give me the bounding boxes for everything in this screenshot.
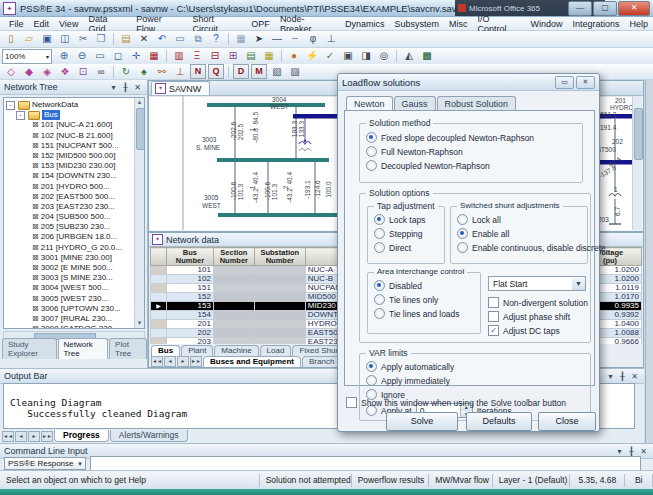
delete-icon[interactable]: ✕	[136, 31, 153, 47]
radio-option[interactable]: Fixed slope decoupled Newton-Raphson	[366, 132, 582, 143]
radio-button[interactable]	[374, 214, 385, 225]
table-view-icon[interactable]: ▤	[243, 48, 260, 64]
tree-bus-item[interactable]: ⊠3007 [RURAL 230...	[6, 314, 144, 324]
radio-button[interactable]	[366, 375, 377, 386]
menu-file[interactable]: File	[4, 18, 29, 30]
menu-view[interactable]: View	[54, 18, 83, 30]
table-cell[interactable]: 201	[166, 320, 213, 329]
table-cell[interactable]	[213, 284, 254, 293]
panel-tab-study-explorer[interactable]: Study Explorer	[2, 338, 57, 359]
start-mode-select[interactable]: Flat Start ▼	[488, 276, 586, 291]
tree-node-networkdata[interactable]: -NetworkData	[6, 100, 144, 110]
output-nav-button[interactable]: ►►	[41, 431, 53, 442]
dialog-title-bar[interactable]: Loadflow solutions ▭ ✕	[338, 74, 599, 91]
close-button[interactable]: ✕	[618, 1, 650, 16]
dialog-tab-gauss[interactable]: Gauss	[394, 96, 436, 111]
radio-button[interactable]	[457, 228, 468, 239]
menu-window[interactable]: Window	[525, 18, 567, 30]
undo-icon[interactable]: ↶	[154, 31, 171, 47]
cmd-close-icon[interactable]: ✕	[638, 446, 649, 457]
save-icon[interactable]: ▣	[39, 31, 56, 47]
radio-button[interactable]	[374, 242, 385, 253]
output-close-icon[interactable]: ✕	[629, 371, 640, 382]
tree-bus-item[interactable]: ⊠151 [NUCPANT 500...	[6, 141, 144, 151]
close-dialog-button[interactable]: Close	[538, 412, 596, 431]
column-header[interactable]: SubstationNumber	[254, 248, 305, 266]
cut-icon[interactable]: ✂	[75, 31, 92, 47]
radio-option[interactable]: Disabled	[374, 280, 480, 291]
diagram-bus-icon[interactable]: ▣	[340, 48, 357, 64]
table-cell[interactable]	[254, 284, 305, 293]
radio-option[interactable]: Tie lines and loads	[374, 308, 480, 319]
panel-tab-plot-tree[interactable]: Plot Tree	[109, 338, 147, 359]
help-icon[interactable]: ?	[208, 31, 225, 47]
table-cell[interactable]: 101	[166, 266, 213, 275]
tree-bus-item[interactable]: ⊠206 [URBGEN 18.0...	[6, 232, 144, 242]
dash-tool-icon[interactable]: ┄	[287, 31, 304, 47]
table-cell[interactable]	[254, 320, 305, 329]
cmd-chevron-down-icon[interactable]: ▾	[614, 446, 625, 457]
radio-option[interactable]: Full Newton-Raphson	[366, 146, 582, 157]
menu-opf[interactable]: OPF	[246, 18, 275, 30]
tree-bus-item[interactable]: ⊠101 [NUC-A 21.600]	[6, 120, 144, 130]
radio-option[interactable]: Apply automatically	[366, 361, 590, 372]
auto-draw-icon[interactable]: ❖	[57, 64, 74, 80]
diagram-transformer-icon[interactable]: ◎	[376, 48, 393, 64]
menu-integrations[interactable]: Integrations	[567, 18, 624, 30]
table-cell[interactable]	[254, 311, 305, 320]
menu-misc[interactable]: Misc	[444, 18, 473, 30]
tree-bus-item[interactable]: ⊠153 [MID230 230.00]	[6, 161, 144, 171]
output-nav-button[interactable]: ►	[28, 431, 40, 442]
branch-grid-icon[interactable]: ▥	[171, 48, 188, 64]
output-pin-icon[interactable]: ╂	[617, 371, 628, 382]
checkbox-option[interactable]: Adjust phase shift	[488, 311, 588, 322]
zoom-window-icon[interactable]: ▭	[92, 48, 109, 64]
link-icon[interactable]: ⚯	[154, 64, 171, 80]
tree-bus-item[interactable]: ⊠211 [HYDRO_G 20.0...	[6, 243, 144, 253]
tab-savnw[interactable]: ✦ SAVNW	[151, 81, 210, 95]
cmd-pin-icon[interactable]: ╂	[626, 446, 637, 457]
grid-tab-bus[interactable]: Bus	[151, 345, 180, 356]
table-cell[interactable]: 151	[166, 284, 213, 293]
output-tab-progress[interactable]: Progress	[54, 430, 109, 442]
radio-option[interactable]: Lock all	[457, 214, 587, 225]
copy-icon[interactable]: ❐	[93, 31, 110, 47]
radio-button[interactable]	[374, 294, 385, 305]
tree-vertical-scrollbar[interactable]: ▲▼	[134, 98, 144, 328]
radio-option[interactable]: Decoupled Newton-Raphson	[366, 160, 582, 171]
diagram-vertical-scrollbar[interactable]	[632, 96, 642, 230]
table-cell[interactable]	[213, 266, 254, 275]
diagram-annot-icon[interactable]: ◭	[401, 48, 418, 64]
tree-bus-item[interactable]: ⊠3001 [MINE 230.00]	[6, 253, 144, 263]
tree-bus-item[interactable]: ⊠203 [EAST230 230...	[6, 202, 144, 212]
rotate-icon[interactable]: ↻	[118, 64, 135, 80]
tree-bus-item[interactable]: ⊠205 [SUB230 230...	[6, 222, 144, 232]
results-n-icon[interactable]: N	[190, 64, 206, 79]
checkbox[interactable]: ✓	[488, 325, 499, 336]
radio-button[interactable]	[366, 361, 377, 372]
table-cell[interactable]: 202	[166, 329, 213, 338]
dialog-tab-newton[interactable]: Newton	[346, 96, 393, 111]
tree-icon[interactable]: ♠	[136, 64, 153, 80]
grow-all-icon[interactable]: ◈	[39, 64, 56, 80]
defaults-button[interactable]: Defaults	[466, 412, 532, 431]
table-cell[interactable]	[213, 338, 254, 345]
sheet-nav-button[interactable]: ◄◄	[151, 356, 163, 367]
run-icon[interactable]: ●	[286, 48, 303, 64]
radio-option[interactable]: Enable all	[457, 228, 587, 239]
check-icon[interactable]: ✓	[322, 48, 339, 64]
zoom-level-select[interactable]: 100%▾	[2, 49, 52, 64]
tree-bus-item[interactable]: ⊠3006 [UPTOWN 230...	[6, 304, 144, 314]
radio-option[interactable]: Lock taps	[374, 214, 444, 225]
tree-bus-item[interactable]: ⊠3002 [E MINE 500...	[6, 263, 144, 273]
grow-branch-icon[interactable]: ◆	[21, 64, 38, 80]
column-header[interactable]: BusNumber	[166, 248, 213, 266]
results-icon[interactable]: ▩	[419, 48, 436, 64]
table-cell[interactable]	[213, 320, 254, 329]
command-input[interactable]	[90, 456, 641, 471]
report-window-icon[interactable]: ⧉	[190, 31, 207, 47]
bus-grid-icon[interactable]: ▦	[146, 48, 163, 64]
zoom-in-icon[interactable]: ⊕	[56, 48, 73, 64]
radio-button[interactable]	[366, 132, 377, 143]
diagram-window-icon[interactable]: ▭	[172, 31, 189, 47]
